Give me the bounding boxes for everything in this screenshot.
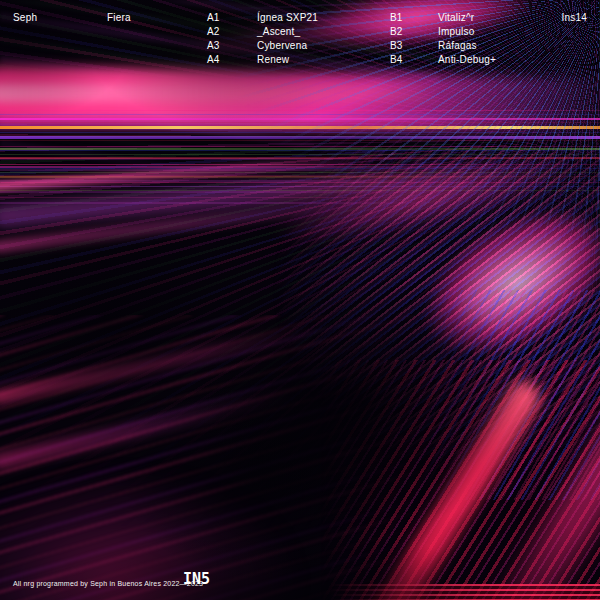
track-title: _Ascent_ [257,25,318,39]
track-position: B1 [390,11,403,25]
side-b-positions: B1 B2 B3 B4 [390,11,403,67]
track-position: A2 [207,25,220,39]
track-title: Renew [257,53,318,67]
track-title: Anti-Debug+ [438,53,496,67]
track-position: B3 [390,39,403,53]
track-title: Cybervena [257,39,318,53]
sleeve-text-overlay: Seph Fiera A1 A2 A3 A4 Ígnea SXP21 _Asce… [0,0,600,600]
side-b-titles: Vitaliz^r Impulso Ráfagas Anti-Debug+ [438,11,496,67]
track-position: B2 [390,25,403,39]
track-title: Ígnea SXP21 [257,11,318,25]
artist-name: Seph [13,11,37,25]
track-title: Vitaliz^r [438,11,496,25]
track-title: Ráfagas [438,39,496,53]
side-a-titles: Ígnea SXP21 _Ascent_ Cybervena Renew [257,11,318,67]
track-position: A4 [207,53,220,67]
track-position: B4 [390,53,403,67]
album-cover: Seph Fiera A1 A2 A3 A4 Ígnea SXP21 _Asce… [0,0,600,600]
track-position: A1 [207,11,220,25]
track-position: A3 [207,39,220,53]
track-title: Impulso [438,25,496,39]
side-a-positions: A1 A2 A3 A4 [207,11,220,67]
ins-label-logo: IN5 [183,570,210,588]
album-title: Fiera [107,11,131,25]
credit-line: All nrg programmed by Seph in Buenos Air… [13,580,203,587]
catalog-number: Ins14 [562,11,587,25]
